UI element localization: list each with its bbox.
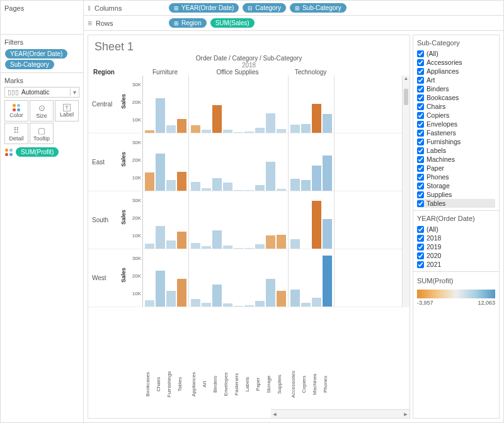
- bar[interactable]: [166, 125, 176, 133]
- bar[interactable]: [177, 172, 186, 191]
- checkbox[interactable]: [417, 103, 424, 110]
- checkbox[interactable]: [417, 226, 424, 233]
- checkbox[interactable]: [417, 183, 424, 189]
- bar[interactable]: [191, 243, 200, 249]
- bar[interactable]: [145, 300, 154, 307]
- bar[interactable]: [223, 245, 232, 249]
- columns-pill-subcategory[interactable]: ⊞Sub-Category: [290, 3, 346, 13]
- year-filter-item[interactable]: (All): [417, 225, 495, 234]
- bar[interactable]: [223, 303, 232, 307]
- bar[interactable]: [191, 125, 200, 133]
- bar[interactable]: [312, 201, 321, 249]
- marks-label[interactable]: TLabel: [55, 100, 79, 121]
- filter-pill-year[interactable]: YEAR(Order Date): [5, 49, 67, 59]
- bar[interactable]: [145, 130, 154, 133]
- checkbox[interactable]: [417, 261, 424, 268]
- checkbox[interactable]: [417, 130, 424, 137]
- checkbox[interactable]: [417, 77, 424, 84]
- bar[interactable]: [312, 166, 321, 191]
- rows-pill-region[interactable]: ⊞Region: [169, 18, 207, 28]
- bar[interactable]: [277, 235, 286, 249]
- bar[interactable]: [166, 240, 176, 249]
- bar[interactable]: [202, 303, 211, 307]
- chart-viewport[interactable]: Sheet 1 Order Date / Category / Sub-Cate…: [88, 35, 410, 419]
- subcat-filter-item[interactable]: Chairs: [417, 102, 495, 111]
- year-filter-item[interactable]: 2020: [417, 251, 495, 260]
- bar[interactable]: [166, 291, 176, 307]
- columns-shelf[interactable]: ⦀ Columns ⊞YEAR(Order Date) ⊟Category ⊞S…: [84, 1, 503, 16]
- bar[interactable]: [202, 130, 211, 133]
- subcat-filter-item[interactable]: Machines: [417, 155, 495, 164]
- bar[interactable]: [234, 190, 243, 191]
- subcat-filter-item[interactable]: Labels: [417, 146, 495, 155]
- pages-shelf[interactable]: Pages: [1, 1, 83, 35]
- columns-pill-year[interactable]: ⊞YEAR(Order Date): [169, 3, 239, 13]
- checkbox[interactable]: [417, 244, 424, 251]
- bar[interactable]: [290, 179, 300, 191]
- subcat-filter-item[interactable]: Paper: [417, 164, 495, 172]
- bar[interactable]: [323, 155, 332, 191]
- bar[interactable]: [166, 180, 176, 191]
- checkbox[interactable]: [417, 252, 424, 259]
- bar[interactable]: [156, 226, 165, 249]
- marks-type-select[interactable]: ▯▯▯ Automatic ▾: [4, 87, 79, 98]
- marks-size[interactable]: ⊙Size: [30, 100, 54, 121]
- bar[interactable]: [191, 182, 200, 191]
- year-filter-item[interactable]: 2018: [417, 234, 495, 242]
- subcat-filter-item[interactable]: Storage: [417, 181, 495, 190]
- subcat-filter-item[interactable]: Envelopes: [417, 120, 495, 128]
- checkbox[interactable]: [417, 147, 424, 154]
- bar[interactable]: [212, 285, 222, 307]
- bar[interactable]: [145, 244, 154, 249]
- bar[interactable]: [145, 172, 154, 191]
- bar[interactable]: [255, 301, 265, 307]
- year-filter-item[interactable]: 2021: [417, 260, 495, 269]
- bar[interactable]: [290, 290, 300, 307]
- bar[interactable]: [244, 190, 254, 191]
- checkbox[interactable]: [417, 156, 424, 163]
- subcat-filter-item[interactable]: Binders: [417, 84, 495, 93]
- subcat-filter-item[interactable]: Tables: [417, 199, 495, 208]
- bar[interactable]: [323, 256, 332, 307]
- subcat-filter-item[interactable]: (All): [417, 49, 495, 58]
- bar[interactable]: [244, 305, 254, 307]
- bar[interactable]: [277, 129, 286, 133]
- bar[interactable]: [244, 248, 254, 249]
- bar[interactable]: [323, 219, 332, 249]
- subcat-filter-item[interactable]: Phones: [417, 172, 495, 181]
- bar[interactable]: [266, 235, 275, 249]
- bar[interactable]: [212, 178, 222, 191]
- checkbox[interactable]: [417, 174, 424, 181]
- checkbox[interactable]: [417, 86, 424, 93]
- checkbox[interactable]: [417, 59, 424, 66]
- horizontal-scrollbar[interactable]: ◄ ►: [271, 409, 410, 418]
- bar[interactable]: [202, 246, 211, 249]
- bar[interactable]: [234, 132, 243, 133]
- bar[interactable]: [266, 113, 275, 133]
- bar[interactable]: [255, 185, 265, 191]
- subcat-filter-item[interactable]: Copiers: [417, 111, 495, 120]
- bar[interactable]: [156, 98, 165, 133]
- bar[interactable]: [223, 183, 232, 191]
- checkbox[interactable]: [417, 165, 424, 172]
- filter-pill-subcategory[interactable]: Sub-Category: [5, 60, 54, 69]
- bar[interactable]: [312, 298, 321, 307]
- subcat-filter-item[interactable]: Bookcases: [417, 93, 495, 102]
- bar[interactable]: [301, 180, 311, 191]
- bar[interactable]: [177, 119, 186, 133]
- checkbox[interactable]: [417, 112, 424, 119]
- bar[interactable]: [255, 244, 265, 249]
- bar[interactable]: [312, 104, 321, 133]
- bar[interactable]: [323, 114, 332, 133]
- scroll-left-icon[interactable]: ◄: [271, 411, 278, 417]
- columns-pill-category[interactable]: ⊟Category: [243, 3, 286, 13]
- bar[interactable]: [290, 239, 300, 249]
- marks-profit-pill[interactable]: SUM(Profit): [16, 147, 59, 157]
- filters-shelf[interactable]: Filters YEAR(Order Date) Sub-Category: [1, 35, 83, 73]
- bar[interactable]: [212, 105, 222, 133]
- marks-tooltip[interactable]: ▢Tooltip: [30, 123, 54, 144]
- marks-detail[interactable]: ⠿Detail: [4, 123, 28, 144]
- bar[interactable]: [177, 232, 186, 249]
- rows-shelf[interactable]: ≡ Rows ⊞Region SUM(Sales): [84, 16, 503, 31]
- bar[interactable]: [277, 189, 286, 191]
